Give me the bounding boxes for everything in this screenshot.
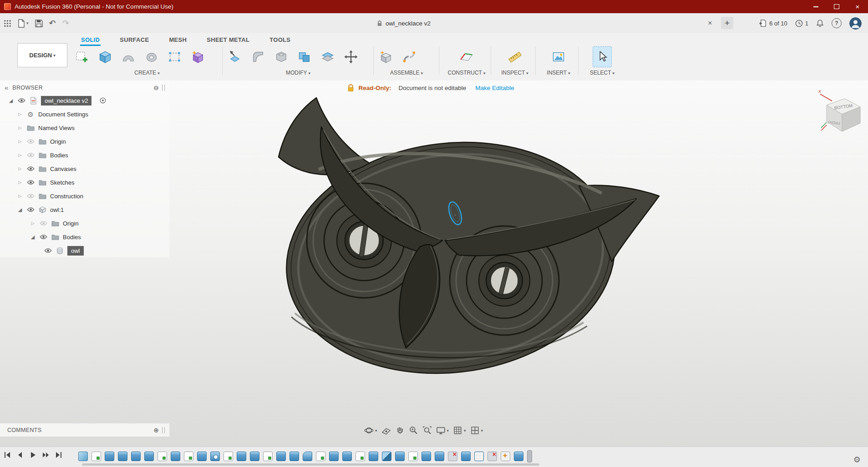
undo-icon[interactable]: ↶ — [49, 18, 56, 28]
tab-mesh[interactable]: MESH — [168, 35, 188, 45]
redo-icon[interactable]: ↷ — [62, 18, 69, 28]
collapse-panel-icon[interactable]: « — [5, 84, 8, 91]
timeline-feature-extrude[interactable] — [118, 452, 127, 461]
box-button[interactable] — [96, 47, 114, 67]
select-dropdown[interactable]: SELECT▾ — [582, 70, 623, 76]
browser-item-named-views[interactable]: ▷ Named Views — [0, 121, 169, 135]
timeline-feature-extrude[interactable] — [237, 452, 246, 461]
play-button[interactable] — [29, 451, 37, 459]
maximize-button[interactable] — [826, 0, 847, 13]
orbit-icon[interactable]: ▾ — [364, 426, 377, 435]
browser-item-owl-origin[interactable]: ▷ Origin — [0, 216, 169, 230]
timeline-scrollbar[interactable] — [82, 463, 539, 466]
pattern-button[interactable] — [166, 47, 184, 67]
root-label[interactable]: owl_necklace v2 — [41, 96, 91, 105]
timeline-feature-extrude[interactable] — [369, 452, 378, 461]
move-copy-button[interactable] — [342, 47, 360, 67]
timeline-feature-extrude[interactable] — [461, 452, 471, 461]
minimize-panel-icon[interactable]: ⊖ — [153, 85, 159, 91]
visibility-eye-icon[interactable] — [25, 139, 36, 144]
make-editable-link[interactable]: Make Editable — [475, 85, 514, 91]
expand-icon[interactable]: ◢ — [28, 234, 37, 240]
construct-dropdown[interactable]: CONSTRUCT▾ — [442, 70, 491, 76]
activate-radio-icon[interactable] — [100, 97, 106, 104]
fillet-button[interactable] — [249, 47, 267, 67]
create-sketch-button[interactable] — [73, 47, 91, 67]
pan-icon[interactable] — [395, 426, 405, 435]
modeling-canvas[interactable]: Read-Only: Document is not editable Make… — [0, 80, 868, 447]
timeline-feature-extrude[interactable] — [144, 452, 154, 461]
timeline-feature-end[interactable] — [527, 450, 532, 462]
app-grid-icon[interactable] — [4, 20, 11, 27]
expand-icon[interactable]: ◢ — [15, 207, 25, 213]
expand-icon[interactable]: ▷ — [15, 139, 25, 144]
visibility-eye-icon[interactable] — [25, 180, 36, 185]
step-back-button[interactable] — [16, 451, 24, 459]
visibility-eye-icon[interactable] — [25, 207, 36, 212]
new-tab-button[interactable]: + — [721, 17, 733, 29]
notification-center-button[interactable]: 1 — [795, 20, 808, 27]
expand-panel-icon[interactable]: ⊕ — [153, 427, 159, 433]
browser-item-owl-body[interactable]: owl — [0, 244, 169, 257]
timeline-feature-extrude[interactable] — [289, 452, 299, 461]
user-avatar[interactable] — [849, 17, 862, 30]
browser-item-owl-bodies[interactable]: ◢ Bodies — [0, 230, 169, 244]
visibility-eye-icon[interactable] — [42, 248, 54, 253]
timeline-feature-extrude[interactable] — [514, 452, 523, 461]
panel-resize-grip[interactable] — [162, 427, 165, 433]
browser-item-origin[interactable]: ▷ Origin — [0, 135, 169, 148]
new-component-button[interactable] — [377, 47, 395, 67]
tab-solid[interactable]: SOLID — [80, 35, 101, 46]
look-at-icon[interactable] — [381, 426, 391, 435]
combine-button[interactable] — [295, 47, 314, 67]
timeline-feature-extrude[interactable] — [131, 452, 141, 461]
modify-dropdown[interactable]: MODIFY▾ — [226, 70, 371, 76]
expand-icon[interactable]: ▷ — [15, 153, 25, 157]
browser-item-document-settings[interactable]: ▷ ⚙ Document Settings — [0, 107, 169, 121]
document-tab[interactable]: owl_necklace v2 — [377, 13, 431, 33]
sweep-button[interactable] — [119, 47, 137, 67]
timeline-feature-sketch[interactable] — [263, 452, 273, 461]
expand-icon[interactable]: ▷ — [15, 126, 25, 130]
close-button[interactable]: × — [847, 0, 868, 13]
bell-icon[interactable] — [816, 19, 824, 27]
visibility-eye-icon[interactable] — [37, 221, 49, 226]
timeline-feature-revolve[interactable] — [210, 452, 220, 461]
comments-panel[interactable]: COMMENTS ⊕ — [0, 423, 169, 437]
timeline-feature-extrude[interactable] — [276, 452, 286, 461]
timeline-feature-extrude[interactable] — [197, 452, 207, 461]
tab-sheet-metal[interactable]: SHEET METAL — [206, 35, 250, 45]
save-button[interactable] — [35, 20, 43, 27]
timeline-feature-pattern[interactable] — [474, 452, 484, 461]
timeline-feature-sketch[interactable] — [91, 452, 101, 461]
browser-root-item[interactable]: ◢ owl_necklace v2 — [0, 94, 169, 107]
browser-item-owl-component[interactable]: ◢ owl:1 — [0, 203, 169, 216]
timeline-feature-sketch[interactable] — [223, 452, 233, 461]
create-form-button[interactable] — [189, 47, 207, 67]
timeline-feature-sketch[interactable] — [355, 452, 365, 461]
browser-item-canvases[interactable]: ▷ Canvases — [0, 162, 169, 176]
expand-icon[interactable]: ▷ — [15, 180, 25, 185]
tab-tools[interactable]: TOOLS — [269, 35, 291, 45]
measure-button[interactable] — [506, 47, 524, 67]
viewports-icon[interactable]: ▾ — [470, 426, 483, 435]
zoom-icon[interactable] — [409, 426, 418, 435]
go-to-end-button[interactable] — [55, 451, 62, 459]
display-settings-icon[interactable]: ▾ — [436, 426, 449, 435]
press-pull-button[interactable] — [226, 47, 244, 67]
insert-dropdown[interactable]: INSERT▾ — [539, 70, 578, 76]
fit-view-icon[interactable] — [422, 426, 432, 435]
minimize-button[interactable] — [805, 0, 826, 13]
close-tab-button[interactable]: × — [705, 18, 716, 29]
visibility-eye-icon[interactable] — [25, 193, 36, 199]
browser-item-bodies[interactable]: ▷ Bodies — [0, 148, 169, 162]
expand-icon[interactable]: ▷ — [28, 221, 37, 226]
workspace-selector[interactable]: DESIGN ▾ — [17, 43, 67, 67]
timeline-feature-remove[interactable] — [448, 452, 457, 461]
shell-button[interactable] — [272, 47, 290, 67]
timeline-feature-extrude[interactable] — [421, 452, 431, 461]
timeline-feature-extrude[interactable] — [171, 452, 180, 461]
timeline-feature-extrude[interactable] — [250, 452, 259, 461]
fast-forward-button[interactable] — [42, 451, 50, 459]
browser-item-sketches[interactable]: ▷ Sketches — [0, 176, 169, 189]
